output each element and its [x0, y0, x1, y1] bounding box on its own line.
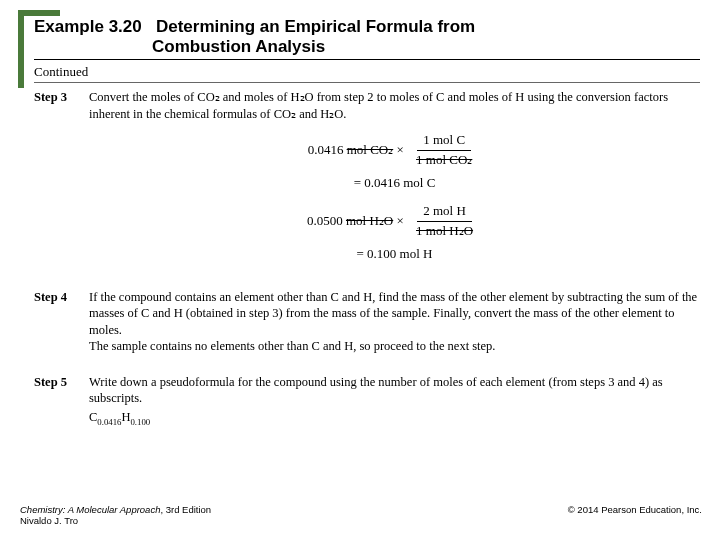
book-author: Nivaldo J. Tro: [20, 515, 211, 526]
step-3-label: Step 3: [34, 89, 89, 269]
continued-label: Continued: [34, 64, 700, 80]
eq1-den: 1 mol CO₂: [410, 151, 478, 169]
title-line-1: Determining an Empirical Formula from: [156, 17, 475, 36]
formula-c-sub: 0.0416: [97, 416, 121, 426]
eq1: 0.0416 mol CO₂ × 1 mol C 1 mol CO₂: [89, 132, 700, 169]
steps-table: Step 3 Convert the moles of CO₂ and mole…: [34, 89, 700, 425]
pseudoformula: C0.0416H0.100: [89, 409, 700, 425]
step-4-label: Step 4: [34, 289, 89, 354]
eq2-lhs-unit: mol H₂O: [346, 213, 393, 230]
step-5-label: Step 5: [34, 374, 89, 425]
step-3-body: Convert the moles of CO₂ and moles of H₂…: [89, 89, 700, 269]
step-4-text2: The sample contains no elements other th…: [89, 339, 496, 353]
step-5-body: Write down a pseudoformula for the compo…: [89, 374, 700, 425]
eq1-lhs-val: 0.0416: [308, 142, 344, 159]
step-3-equations: 0.0416 mol CO₂ × 1 mol C 1 mol CO₂ = 0.0…: [89, 132, 700, 263]
step-4-body: If the compound contains an element othe…: [89, 289, 700, 354]
divider: [34, 82, 700, 83]
accent-vertical-bar: [18, 10, 24, 88]
eq2: 0.0500 mol H₂O × 2 mol H 1 mol H₂O: [89, 203, 700, 240]
example-number: Example 3.20: [34, 17, 142, 36]
eq1-num: 1 mol C: [417, 132, 471, 151]
footer-left: Chemistry: A Molecular Approach, 3rd Edi…: [20, 504, 211, 526]
eq2-lhs-val: 0.0500: [307, 213, 343, 230]
book-title: Chemistry: A Molecular Approach: [20, 504, 160, 515]
eq1-result: = 0.0416 mol C: [89, 175, 700, 192]
footer-right: © 2014 Pearson Education, Inc.: [568, 504, 702, 526]
step-5-text: Write down a pseudoformula for the compo…: [89, 375, 663, 405]
eq1-fraction: 1 mol C 1 mol CO₂: [410, 132, 478, 169]
eq2-num: 2 mol H: [417, 203, 472, 222]
eq1-lhs-unit: mol CO₂: [347, 142, 394, 159]
footer: Chemistry: A Molecular Approach, 3rd Edi…: [20, 504, 702, 526]
step-4-text: If the compound contains an element othe…: [89, 290, 697, 337]
step-4-row: Step 4 If the compound contains an eleme…: [34, 289, 700, 354]
eq2-fraction: 2 mol H 1 mol H₂O: [410, 203, 479, 240]
slide-content: Example 3.20 Determining an Empirical Fo…: [34, 16, 700, 445]
step-5-row: Step 5 Write down a pseudoformula for th…: [34, 374, 700, 425]
eq2-result: = 0.100 mol H: [89, 246, 700, 263]
eq2-den: 1 mol H₂O: [410, 222, 479, 240]
formula-h-sub: 0.100: [130, 416, 150, 426]
book-edition: , 3rd Edition: [160, 504, 211, 515]
step-3-text: Convert the moles of CO₂ and moles of H₂…: [89, 90, 668, 120]
step-3-row: Step 3 Convert the moles of CO₂ and mole…: [34, 89, 700, 269]
title-row: Example 3.20 Determining an Empirical Fo…: [34, 16, 700, 37]
title-line-2: Combustion Analysis: [34, 37, 700, 60]
